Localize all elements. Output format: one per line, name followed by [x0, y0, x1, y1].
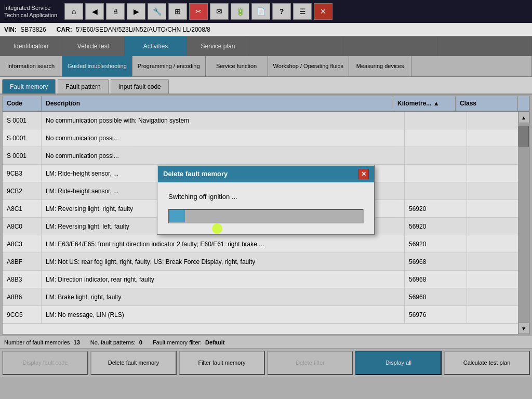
progress-bar [168, 209, 364, 223]
delete-fault-memory-modal: Delete fault memory ✕ Switching off igni… [157, 165, 375, 235]
modal-overlay: Delete fault memory ✕ Switching off igni… [0, 0, 532, 399]
modal-title: Delete fault memory [163, 170, 228, 178]
progress-bar-fill [169, 210, 185, 222]
modal-message: Switching off ignition ... [168, 193, 364, 201]
modal-body: Switching off ignition ... [158, 182, 374, 234]
modal-close-button[interactable]: ✕ [358, 169, 369, 179]
modal-title-bar: Delete fault memory ✕ [158, 166, 374, 182]
